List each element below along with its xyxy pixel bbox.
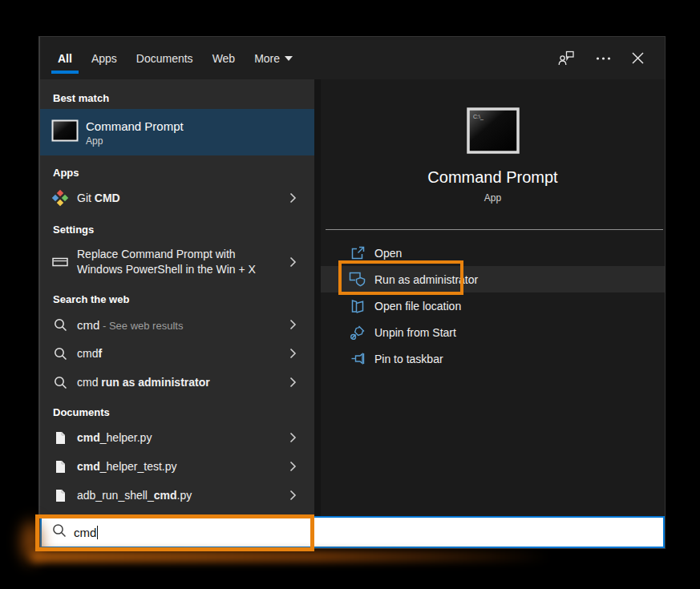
section-header-search-the-web: Search the web — [40, 287, 314, 310]
best-match-subtitle: App — [86, 135, 184, 147]
search-header: All Apps Documents Web More — [40, 37, 665, 79]
section-header-settings: Settings — [40, 217, 314, 240]
action-pin-to-taskbar[interactable]: Pin to taskbar — [321, 345, 665, 372]
result-label: adb_run_shell_cmd.py — [77, 489, 283, 502]
best-match-title: Command Prompt — [86, 119, 184, 134]
chevron-down-icon — [285, 56, 293, 61]
header-actions — [558, 37, 665, 79]
window-icon — [48, 257, 72, 267]
cmd-terminal-icon — [51, 119, 79, 145]
magnifier-icon — [48, 376, 72, 389]
annotation-glow — [30, 551, 550, 563]
action-label: Open — [374, 247, 402, 260]
text-cursor — [97, 526, 98, 539]
more-options-icon[interactable] — [596, 56, 611, 61]
preview-app-subtitle: App — [321, 192, 665, 204]
result-label: cmd_helper_test.py — [77, 460, 283, 473]
action-label: Pin to taskbar — [374, 353, 443, 365]
search-icon — [52, 523, 67, 541]
magnifier-icon — [48, 318, 72, 332]
preview-divider — [326, 229, 663, 230]
preview-app-title: Command Prompt — [321, 168, 665, 187]
windows-search-flyout: All Apps Documents Web More — [38, 36, 666, 549]
file-location-icon — [348, 299, 367, 313]
document-icon — [48, 431, 72, 445]
result-web-cmd-run-as-administrator[interactable]: cmd run as administrator — [40, 368, 314, 397]
tab-more-label: More — [254, 52, 280, 65]
preview-pane: C:\_ Command Prompt App — [321, 79, 665, 516]
result-web-cmdf[interactable]: cmdf — [40, 339, 314, 368]
chevron-right-icon[interactable] — [289, 319, 297, 330]
best-match-text: Command Prompt App — [86, 119, 184, 147]
chevron-right-icon[interactable] — [289, 461, 297, 472]
document-icon — [48, 460, 72, 474]
search-input[interactable]: cmd — [40, 516, 665, 548]
prompt-glyph: C:\_ — [473, 114, 484, 120]
action-open[interactable]: Open — [321, 240, 665, 266]
action-label: Unpin from Start — [374, 326, 456, 339]
tab-apps[interactable]: Apps — [83, 37, 125, 79]
result-label: cmd_helper.py — [77, 431, 283, 444]
magnifier-icon — [48, 347, 72, 361]
unpin-icon — [348, 325, 367, 341]
document-icon — [48, 489, 72, 502]
tab-web-label: Web — [212, 52, 236, 65]
result-doc-cmd-helper-test[interactable]: cmd_helper_test.py — [40, 452, 314, 481]
context-actions: Open Run as administrator — [321, 240, 665, 372]
result-doc-cmd-helper[interactable]: cmd_helper.py — [40, 423, 314, 452]
section-header-apps: Apps — [40, 160, 314, 184]
cmd-terminal-icon-large: C:\_ — [467, 107, 520, 154]
chevron-right-icon[interactable] — [289, 377, 297, 388]
section-header-documents: Documents — [40, 400, 314, 423]
tab-documents[interactable]: Documents — [128, 37, 201, 79]
pane-divider — [314, 79, 321, 516]
tab-more[interactable]: More — [246, 37, 301, 79]
action-run-as-administrator[interactable]: Run as administrator — [321, 266, 665, 292]
tab-documents-label: Documents — [136, 52, 193, 65]
action-unpin-from-start[interactable]: Unpin from Start — [321, 319, 665, 345]
result-label: Replace Command Prompt with Windows Powe… — [77, 247, 283, 277]
open-external-icon — [348, 245, 367, 260]
tab-web[interactable]: Web — [204, 37, 244, 79]
close-icon[interactable] — [632, 52, 644, 64]
result-web-cmd[interactable]: cmd - See web results — [40, 310, 314, 339]
action-open-file-location[interactable]: Open file location — [321, 292, 665, 319]
section-header-best-match: Best match — [40, 86, 314, 109]
screenshot-canvas: All Apps Documents Web More — [0, 0, 700, 589]
git-cmd-icon — [48, 189, 72, 207]
result-doc-adb-run-shell-cmd[interactable]: adb_run_shell_cmd.py — [40, 481, 314, 510]
chevron-right-icon[interactable] — [289, 490, 297, 501]
result-label: cmd - See web results — [77, 318, 283, 332]
preview-app-summary: C:\_ Command Prompt App — [321, 79, 665, 229]
result-label: cmdf — [77, 347, 283, 360]
pin-icon — [348, 351, 367, 366]
search-input-value: cmd — [74, 526, 96, 539]
search-results-body: Best match Command Prompt App — [40, 79, 665, 516]
chevron-right-icon[interactable] — [289, 348, 297, 359]
tab-apps-label: Apps — [91, 52, 117, 65]
result-label: cmd run as administrator — [77, 376, 283, 389]
chevron-right-icon[interactable] — [289, 192, 297, 204]
filter-tab-bar: All Apps Documents Web More — [40, 37, 301, 79]
result-label: Git CMD — [77, 192, 283, 204]
tab-all[interactable]: All — [50, 37, 80, 79]
action-label: Run as administrator — [374, 273, 478, 286]
best-match-result-command-prompt[interactable]: Command Prompt App — [40, 109, 314, 155]
admin-shield-icon — [348, 272, 367, 287]
chevron-right-icon[interactable] — [289, 432, 297, 443]
result-git-cmd[interactable]: Git CMD — [40, 184, 314, 212]
results-pane: Best match Command Prompt App — [40, 79, 314, 516]
result-replace-command-prompt[interactable]: Replace Command Prompt with Windows Powe… — [40, 240, 314, 284]
action-label: Open file location — [374, 300, 461, 313]
tab-all-label: All — [58, 52, 72, 65]
feedback-icon[interactable] — [558, 50, 575, 67]
chevron-right-icon[interactable] — [289, 256, 297, 268]
active-tab-indicator — [51, 71, 79, 74]
